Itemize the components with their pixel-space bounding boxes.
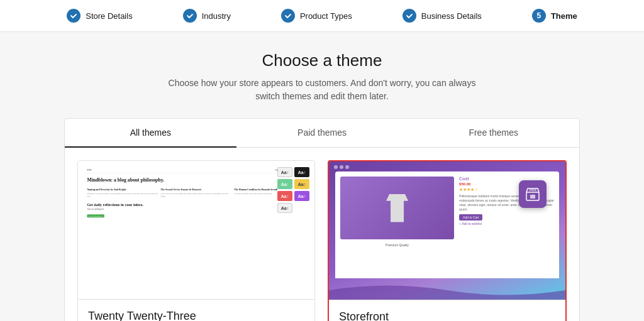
tabs-header: All themes Paid themes Free themes <box>65 119 579 148</box>
browser-dot-2 <box>340 165 343 169</box>
browser-dot-1 <box>334 165 338 169</box>
nav-step-store-details[interactable]: Store Details <box>67 9 132 23</box>
step-label-industry: Industry <box>202 11 231 21</box>
tab-paid-themes[interactable]: Paid themes <box>236 119 408 148</box>
swatch-grid: Aa↑ Aa↑ Aa↑ Aa↑ Aa↑ Aa↑ Aa↑ <box>277 167 309 213</box>
tab-free-themes[interactable]: Free themes <box>408 119 579 148</box>
step-check-icon-product-types <box>281 9 295 23</box>
theme-storefront-name: Storefront <box>339 310 555 321</box>
step-label-theme: Theme <box>551 11 577 21</box>
theme-card-tt3: TT3 About Books All Posts Mindblown: a b… <box>77 160 315 321</box>
step-check-icon-business-details <box>402 9 416 23</box>
tab-all-themes[interactable]: All themes <box>65 119 236 148</box>
themes-container: All themes Paid themes Free themes TT3 A… <box>64 118 580 321</box>
nav-step-product-types[interactable]: Product Types <box>281 9 352 23</box>
svg-text:OPEN: OPEN <box>529 188 536 192</box>
theme-tt3-info: Twenty Twenty-Three Currently active the… <box>78 299 314 321</box>
svg-rect-1 <box>530 195 535 199</box>
product-image <box>340 177 454 239</box>
nav-step-industry[interactable]: Industry <box>183 9 231 23</box>
theme-tt3-name: Twenty Twenty-Three <box>88 310 304 321</box>
step-label-product-types: Product Types <box>300 11 352 21</box>
theme-preview-tt3: TT3 About Books All Posts Mindblown: a b… <box>78 161 314 299</box>
page-subtitle: Choose how your store appears to custome… <box>169 77 476 103</box>
nav-step-theme[interactable]: 5 Theme <box>532 9 577 23</box>
step-check-icon-industry <box>183 9 197 23</box>
main-content: Choose a theme Choose how your store app… <box>0 32 644 321</box>
browser-dot-3 <box>345 165 349 169</box>
step-nav: Store Details Industry Product Types Bus… <box>0 0 644 32</box>
theme-storefront-info: Storefront Free Choose Live demo <box>329 300 565 321</box>
step-label-business-details: Business Details <box>421 11 482 21</box>
theme-preview-storefront: OPEN Pre <box>329 161 565 300</box>
step-label-store-details: Store Details <box>86 11 132 21</box>
theme-card-storefront: OPEN Pre <box>328 160 567 321</box>
page-title: Choose a theme <box>262 51 382 70</box>
step-number-theme: 5 <box>532 9 546 23</box>
step-check-icon <box>67 9 80 23</box>
store-open-icon: OPEN <box>519 180 547 208</box>
nav-step-business-details[interactable]: Business Details <box>402 9 482 23</box>
themes-grid: TT3 About Books All Posts Mindblown: a b… <box>65 148 579 321</box>
